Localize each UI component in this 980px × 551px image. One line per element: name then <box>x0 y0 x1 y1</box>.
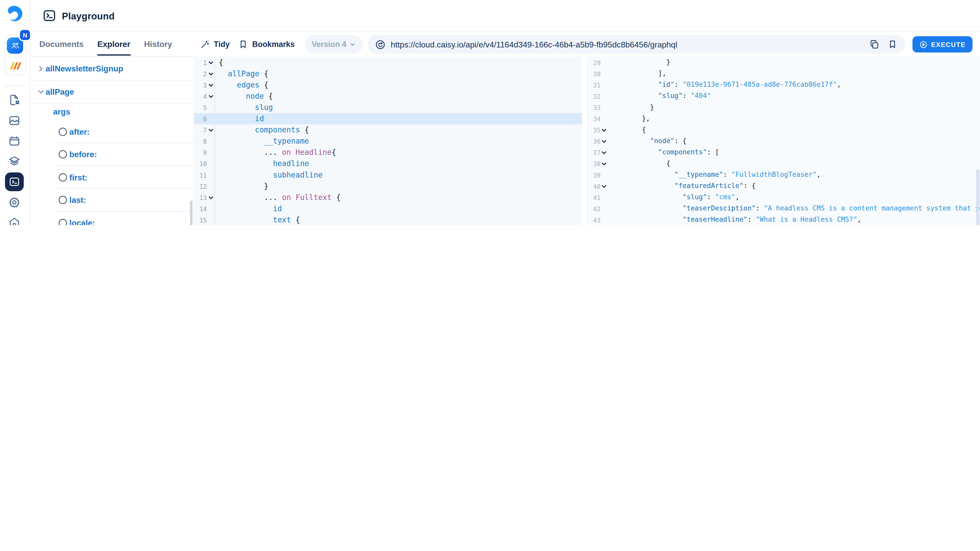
tab-explorer[interactable]: Explorer <box>97 33 130 56</box>
radio-icon[interactable] <box>59 127 67 136</box>
media-icon[interactable] <box>7 113 22 128</box>
code-text[interactable]: components { <box>215 124 582 135</box>
chevron-right-icon[interactable] <box>38 65 45 72</box>
radio-icon[interactable] <box>59 151 67 159</box>
fold-chevron-icon[interactable] <box>208 94 213 99</box>
explorer-tabs: Documents Explorer History <box>29 32 194 57</box>
workspace-badge[interactable]: N <box>20 30 30 40</box>
home-icon[interactable] <box>7 215 22 225</box>
calendar-icon[interactable] <box>7 134 22 149</box>
code-text[interactable]: "__typename": "FullwidthBlogTeaser", <box>607 169 980 181</box>
code-text[interactable]: "components": [ <box>607 147 980 158</box>
fold-chevron-icon[interactable] <box>208 71 213 76</box>
code-text[interactable]: subheadline <box>215 169 582 181</box>
tree-item-allnewslettersignup[interactable]: allNewsletterSignup <box>29 57 194 81</box>
panes: 1{2 allPage {3 edges {4 node {5 slug6 id… <box>194 57 980 225</box>
fold-chevron-icon[interactable] <box>601 138 607 144</box>
response-viewer[interactable]: 29 }30 ],31 "id": "019e113e-9671-485a-ad… <box>588 57 980 225</box>
code-text[interactable]: ... on Fulltext { <box>215 192 582 203</box>
code-text[interactable]: }, <box>607 113 980 124</box>
line-number: 40 <box>588 183 600 189</box>
execute-button[interactable]: EXECUTE <box>912 36 973 52</box>
tree-item-last[interactable]: last: <box>29 189 194 211</box>
documents-icon[interactable] <box>7 92 22 107</box>
fold-chevron-icon[interactable] <box>601 183 607 189</box>
code-text[interactable]: __typename <box>215 135 582 147</box>
code-line-10: 10 headline <box>194 158 582 169</box>
settings-icon[interactable] <box>7 195 22 210</box>
radio-icon[interactable] <box>59 173 67 181</box>
radio-icon[interactable] <box>59 196 67 204</box>
code-text[interactable]: slug <box>215 102 582 113</box>
code-text[interactable]: } <box>607 57 980 68</box>
version-select[interactable]: Version 4 <box>305 35 363 54</box>
tab-documents[interactable]: Documents <box>39 32 83 56</box>
tab-history[interactable]: History <box>144 32 172 56</box>
code-line-37: 37 "components": [ <box>588 147 980 158</box>
code-text[interactable]: "slug": "cms", <box>607 192 980 203</box>
terminal-icon[interactable] <box>5 172 24 191</box>
code-text[interactable]: "featuredArticle": { <box>607 181 980 192</box>
code-text[interactable]: { <box>607 158 980 169</box>
code-text[interactable]: { <box>607 124 980 135</box>
code-text[interactable]: ], <box>607 68 980 79</box>
code-text[interactable]: "id": "019e113e-9671-485a-ad8e-776cab86e… <box>607 79 980 91</box>
code-line-36: 36 "node": { <box>588 135 980 147</box>
radio-icon[interactable] <box>59 219 67 225</box>
code-text[interactable]: ... on Headline{ <box>215 147 582 158</box>
line-number: 35 <box>588 127 600 133</box>
fold-chevron-icon[interactable] <box>208 82 213 88</box>
tree-item-locale[interactable]: locale: <box>29 211 194 225</box>
tree-item-args[interactable]: args <box>29 103 194 120</box>
fold-chevron-icon[interactable] <box>208 195 213 200</box>
divider <box>5 86 24 86</box>
fold-chevron-icon[interactable] <box>208 127 213 133</box>
code-line-1: 1{ <box>194 57 582 68</box>
tree-item-after[interactable]: after: <box>29 120 194 143</box>
bookmarks-button[interactable]: Bookmarks <box>239 39 295 49</box>
code-line-34: 34 }, <box>588 113 980 124</box>
workspace-switcher[interactable]: N <box>4 35 26 76</box>
response-vertical-scrollbar[interactable] <box>976 169 979 225</box>
code-line-7: 7 components { <box>194 124 582 135</box>
caisy-logo-icon[interactable] <box>6 4 24 23</box>
tidy-button[interactable]: Tidy <box>200 39 230 49</box>
code-text[interactable]: "slug": "404" <box>607 91 980 102</box>
chevron-down-icon <box>349 41 355 48</box>
tree-item-label: last: <box>69 195 86 205</box>
copy-icon[interactable] <box>869 39 879 49</box>
code-line-13: 13 ... on Fulltext { <box>194 192 582 203</box>
bookmark-icon[interactable] <box>887 39 897 49</box>
code-text[interactable]: } <box>215 181 582 192</box>
code-text[interactable]: id <box>215 203 582 214</box>
code-text[interactable]: headline <box>215 158 582 169</box>
code-text[interactable]: "teaserHeadline": "What is a Headless CM… <box>607 214 980 225</box>
query-editor[interactable]: 1{2 allPage {3 edges {4 node {5 slug6 id… <box>194 57 582 225</box>
chevron-down-icon[interactable] <box>38 89 45 95</box>
code-text[interactable]: node { <box>215 91 582 102</box>
code-text[interactable]: "node": { <box>607 135 980 147</box>
code-text[interactable]: "teaserDesciption": "A headless CMS is a… <box>607 203 980 214</box>
endpoint-status-icon <box>375 39 386 50</box>
endpoint-url-bar[interactable]: https://cloud.caisy.io/api/e/v4/1164d349… <box>368 35 905 54</box>
fold-chevron-icon[interactable] <box>601 127 607 133</box>
fold-chevron-icon[interactable] <box>208 60 213 65</box>
tree-item-label: after: <box>69 127 90 137</box>
team-avatar[interactable]: N <box>7 38 23 54</box>
code-text[interactable]: id <box>215 113 582 124</box>
code-text[interactable]: allPage { <box>215 68 582 79</box>
tree-item-first[interactable]: first: <box>29 166 194 189</box>
tree-item-before[interactable]: before: <box>29 143 194 166</box>
code-text[interactable]: edges { <box>215 79 582 91</box>
org-logo-icon[interactable] <box>10 61 21 70</box>
endpoint-url[interactable]: https://cloud.caisy.io/api/e/v4/1164d349… <box>391 40 863 49</box>
code-text[interactable]: text { <box>215 214 582 225</box>
stack-icon[interactable] <box>7 154 22 168</box>
fold-chevron-icon[interactable] <box>601 150 607 156</box>
tree-vertical-scrollbar[interactable] <box>190 200 192 225</box>
code-text[interactable]: } <box>607 102 980 113</box>
code-text[interactable]: { <box>215 57 582 68</box>
fold-chevron-icon[interactable] <box>601 161 607 167</box>
tree-item-allpage[interactable]: allPage <box>29 81 194 103</box>
code-line-8: 8 __typename <box>194 135 582 147</box>
